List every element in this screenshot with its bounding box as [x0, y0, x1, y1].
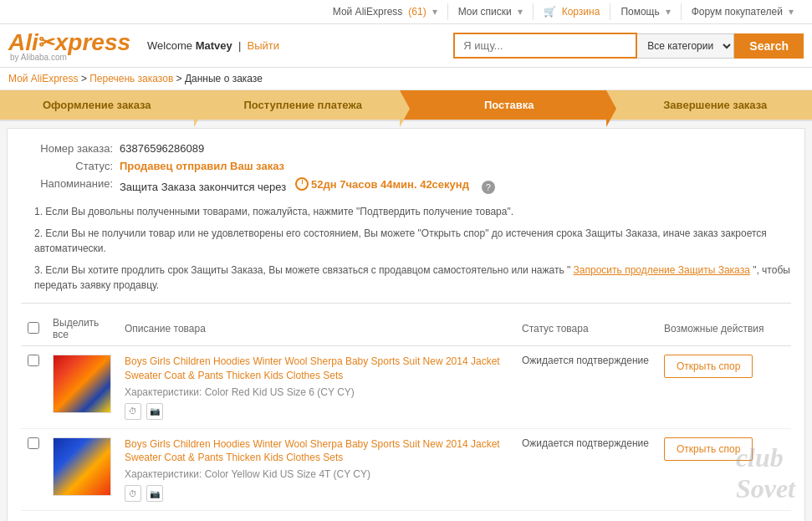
breadcrumb-orders-list[interactable]: Перечень заказов [89, 73, 173, 84]
category-select[interactable]: Все категории [637, 33, 734, 59]
row2-clock-icon[interactable]: ⏱ [125, 485, 141, 502]
my-lists-nav[interactable]: Мои списки ▾ [448, 3, 534, 20]
forum-label: Форум покупателей [692, 6, 783, 18]
my-aliexpress-arrow: ▾ [432, 6, 437, 18]
row2-status-cell: Ожидается подтверждение [515, 428, 657, 511]
help-arrow: ▾ [666, 6, 671, 18]
row1-clock-icon[interactable]: ⏱ [125, 403, 141, 420]
search-input[interactable] [453, 33, 637, 59]
row1-desc-content: Boys Girls Children Hoodies Winter Wool … [125, 355, 508, 420]
order-info: Номер заказа: 63876596286089 Статус: Про… [21, 142, 791, 194]
timer-icon [295, 177, 309, 191]
row2-action-cell: Открыть спор [657, 428, 791, 511]
row1-status-cell: Ожидается подтверждение [515, 346, 657, 429]
th-checkbox [21, 312, 46, 346]
order-reminder-label: Напоминание: [21, 177, 113, 190]
search-area: Все категории Search [453, 33, 804, 59]
row2-open-dispute-button[interactable]: Открыть спор [664, 437, 753, 461]
timer-inline: 52дн 7часов 44мин. 42секунд [295, 177, 469, 191]
row2-product-icons: ⏱ 📷 [125, 485, 508, 502]
search-button[interactable]: Search [734, 33, 804, 59]
progress-step-3: Поставка [400, 90, 606, 120]
row1-action-cell: Открыть спор [657, 346, 791, 429]
table-header: Выделить все Описание товара Статус това… [21, 312, 791, 346]
row2-desc-content: Boys Girls Children Hoodies Winter Wool … [125, 437, 508, 503]
row1-img-cell [46, 346, 118, 429]
welcome-area: Welcome Matvey | Выйти [147, 39, 279, 52]
row1-open-dispute-button[interactable]: Открыть спор [664, 355, 753, 378]
divider [21, 303, 791, 304]
logout-link[interactable]: Выйти [248, 39, 280, 52]
timer-value: 52дн 7часов 44мин. 42секунд [311, 178, 469, 191]
notice-item-1: 1. Если Вы довольны полученными товарами… [21, 204, 791, 219]
breadcrumb-current: Данные о заказе [185, 73, 263, 84]
select-all-checkbox[interactable] [28, 322, 39, 334]
cart-nav[interactable]: 🛒 Корзина [534, 3, 611, 20]
notice-item-2: 2. Если Вы не получили товар или не удов… [21, 226, 791, 256]
forum-arrow: ▾ [789, 6, 794, 18]
top-navigation: Мой AliExpress (61) ▾ Мои списки ▾ 🛒 Кор… [0, 0, 812, 24]
help-nav[interactable]: Помощь ▾ [610, 3, 681, 20]
order-reminder-row: Напоминание: Защита Заказа закончится че… [21, 177, 791, 194]
progress-bar: Оформление заказа Поступление платежа По… [0, 90, 812, 121]
order-reminder-content: Защита Заказа закончится через 52дн 7час… [120, 177, 495, 194]
breadcrumb: Мой AliExpress > Перечень заказов > Данн… [0, 68, 812, 90]
table-row: Boys Girls Children Hoodies Winter Wool … [21, 428, 791, 511]
notice3-link[interactable]: Запросить продление Защиты Заказа [574, 264, 750, 276]
welcome-text: Welcome [147, 39, 192, 52]
row2-desc-cell: Boys Girls Children Hoodies Winter Wool … [118, 428, 515, 511]
progress-step-1: Оформление заказа [0, 90, 194, 120]
row1-product-title[interactable]: Boys Girls Children Hoodies Winter Wool … [125, 355, 500, 381]
breadcrumb-my-aliexpress[interactable]: Мой AliExpress [8, 73, 79, 84]
table-header-row: Выделить все Описание товара Статус това… [21, 312, 791, 346]
notice-item-3: 3. Если Вы хотите продлить срок Защиты З… [21, 263, 791, 293]
row2-product-chars: Характеристики: Color Yellow Kid US Size… [125, 468, 508, 480]
logo: Ali ✂ xpress by Alibaba.com [8, 29, 130, 62]
order-status-row: Статус: Продавец отправил Ваш заказ [21, 160, 791, 172]
order-status-label: Статус: [21, 160, 113, 172]
th-actions-label: Возможные действия [664, 323, 764, 335]
help-icon[interactable]: ? [482, 181, 495, 194]
row2-checkbox[interactable] [28, 437, 39, 449]
my-lists-arrow: ▾ [518, 6, 523, 18]
row2-product-title[interactable]: Boys Girls Children Hoodies Winter Wool … [125, 438, 500, 464]
order-number-row: Номер заказа: 63876596286089 [21, 142, 791, 155]
header: Ali ✂ xpress by Alibaba.com Welcome Matv… [0, 24, 812, 68]
step2-label: Поступление платежа [244, 99, 363, 111]
row1-checkbox-cell [21, 346, 46, 429]
row2-camera-icon[interactable]: 📷 [146, 485, 163, 502]
my-aliexpress-label: Мой AliExpress [333, 6, 403, 18]
row1-desc-cell: Boys Girls Children Hoodies Winter Wool … [118, 346, 515, 429]
cart-icon: 🛒 [544, 6, 556, 18]
row2-checkbox-cell [21, 428, 46, 511]
logo-scissors-icon: ✂ [38, 31, 55, 54]
my-lists-label: Мои списки [458, 6, 512, 18]
row1-checkbox[interactable] [28, 355, 39, 366]
notice2-text: 2. Если Вы не получили товар или не удов… [34, 227, 767, 254]
order-number-label: Номер заказа: [21, 142, 113, 155]
step4-label: Завершение заказа [663, 99, 767, 111]
table-row: Boys Girls Children Hoodies Winter Wool … [21, 346, 791, 429]
th-actions: Возможные действия [657, 312, 791, 346]
forum-nav[interactable]: Форум покупателей ▾ [682, 3, 804, 20]
username: Matvey [196, 39, 232, 52]
my-aliexpress-nav[interactable]: Мой AliExpress (61) ▾ [323, 3, 448, 20]
main-content: Номер заказа: 63876596286089 Статус: Про… [7, 128, 805, 521]
th-select-all: Выделить все [46, 312, 118, 346]
order-number-value: 63876596286089 [120, 142, 204, 155]
step3-label: Поставка [484, 99, 534, 111]
row2-img-cell [46, 428, 118, 511]
row1-camera-icon[interactable]: 📷 [146, 403, 163, 420]
breadcrumb-sep1: > [81, 73, 89, 84]
notice3-pre: 3. Если Вы хотите продлить срок Защиты З… [34, 264, 570, 276]
product-image-2 [53, 437, 111, 496]
notice-list: 1. Если Вы довольны полученными товарами… [21, 204, 791, 293]
th-select-all-label: Выделить все [53, 317, 99, 340]
step1-label: Оформление заказа [43, 99, 151, 111]
reminder-text: Защита Заказа закончится через [120, 181, 286, 193]
th-desc-label: Описание товара [125, 323, 206, 335]
order-status-value: Продавец отправил Ваш заказ [120, 160, 284, 172]
row1-product-icons: ⏱ 📷 [125, 403, 508, 420]
progress-step-4: Завершение заказа [606, 90, 813, 120]
th-status-label: Статус товара [522, 323, 589, 335]
